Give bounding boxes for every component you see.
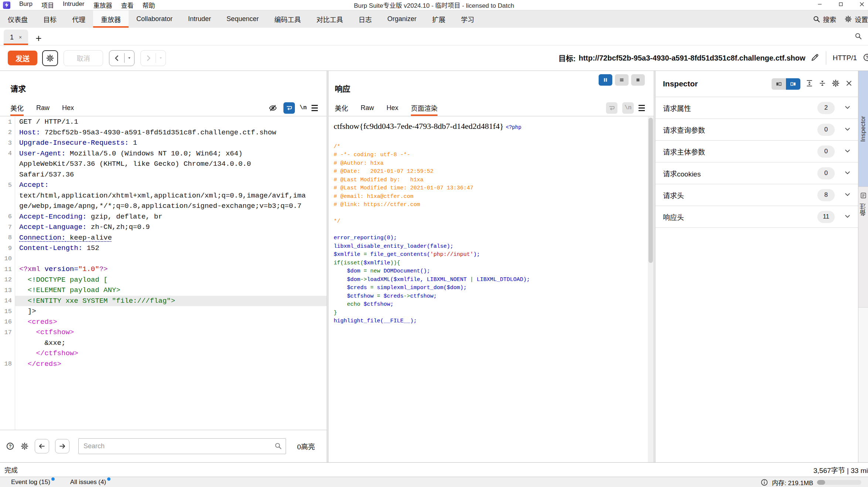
- columns-layout-button[interactable]: [599, 74, 612, 86]
- main-tab[interactable]: 编码工具: [266, 10, 309, 28]
- info-icon[interactable]: [760, 479, 768, 486]
- inspector-section[interactable]: 请求查询参数0: [656, 119, 858, 141]
- menu-item-5[interactable]: 帮助: [138, 0, 160, 10]
- notes-collapsed-tab[interactable]: 备注: [858, 186, 868, 307]
- single-layout-button[interactable]: [631, 74, 645, 86]
- close-window-icon[interactable]: [859, 1, 865, 9]
- request-view-tab[interactable]: Hex: [62, 100, 74, 116]
- main-tab[interactable]: Intruder: [180, 10, 219, 28]
- repeater-search-icon[interactable]: [854, 32, 862, 41]
- request-line-text: </ctfshow>: [15, 348, 327, 359]
- expand-all-icon[interactable]: [806, 79, 813, 89]
- response-view-tab[interactable]: 页面渲染: [411, 100, 438, 116]
- inspector-close-icon[interactable]: [845, 79, 853, 89]
- code-segment: highlight_file(__FILE__);: [334, 318, 417, 324]
- inspector-section[interactable]: 响应头11: [656, 206, 858, 228]
- response-scrollbar[interactable]: [648, 117, 654, 462]
- code-segment: 152: [82, 244, 99, 252]
- main-tab[interactable]: 代理: [64, 10, 93, 28]
- help-icon[interactable]: [863, 53, 868, 63]
- maximize-icon[interactable]: [838, 1, 844, 9]
- response-view-tab[interactable]: Hex: [387, 100, 398, 116]
- menu-item-2[interactable]: Intruder: [58, 0, 89, 10]
- count-badge: 0: [817, 145, 835, 158]
- event-log-button[interactable]: Event log (15): [11, 479, 55, 486]
- hide-nonprintable-icon[interactable]: [267, 102, 279, 114]
- main-tab[interactable]: 重放器: [93, 10, 129, 28]
- repeater-tab-1[interactable]: 1 ×: [4, 30, 28, 45]
- send-button[interactable]: 发送: [8, 51, 37, 65]
- forward-button[interactable]: [140, 50, 166, 66]
- close-tab-icon[interactable]: ×: [19, 34, 22, 40]
- collapse-all-icon[interactable]: [818, 79, 826, 89]
- response-code-line: # @Author: h1xa: [334, 160, 648, 169]
- inspector-section[interactable]: 请求主体参数0: [656, 141, 858, 162]
- main-tab[interactable]: Collaborator: [129, 10, 180, 28]
- add-tab-button[interactable]: +: [35, 33, 41, 44]
- code-segment: Accept-Language:: [19, 223, 86, 231]
- rows-layout-button[interactable]: [615, 74, 629, 86]
- line-number: 18: [0, 360, 15, 367]
- main-tab[interactable]: 日志: [351, 10, 379, 28]
- inspector-settings-icon[interactable]: [831, 79, 840, 89]
- next-match-button[interactable]: [55, 439, 69, 453]
- main-tab[interactable]: 学习: [453, 10, 482, 28]
- code-segment: <ctfshow>: [19, 328, 74, 336]
- back-button[interactable]: [109, 50, 135, 66]
- request-view-tab[interactable]: Raw: [36, 100, 50, 116]
- global-search-button[interactable]: 搜索: [813, 14, 836, 24]
- menu-item-1[interactable]: 项目: [37, 0, 58, 10]
- request-view-tab[interactable]: 美化: [10, 100, 24, 116]
- main-tab[interactable]: 扩展: [424, 10, 453, 28]
- gutter-divider: [15, 117, 15, 430]
- search-help-icon[interactable]: [6, 442, 14, 450]
- scrollbar-thumb[interactable]: [649, 118, 653, 263]
- chevron-down-icon: [844, 169, 851, 178]
- all-issues-button[interactable]: All issues (4): [70, 479, 110, 486]
- search-settings-icon[interactable]: [20, 442, 29, 450]
- inspector-section[interactable]: 请求cookies0: [656, 162, 858, 184]
- line-number: 15: [0, 308, 15, 315]
- forward-dropdown-icon[interactable]: [156, 55, 166, 61]
- settings-button[interactable]: 设置: [844, 14, 868, 24]
- dock-panel-right-button[interactable]: [786, 78, 800, 90]
- request-editor[interactable]: 1GET / HTTP/1.12Host: 72bcf52b-95a3-4930…: [0, 117, 327, 430]
- editor-menu-icon[interactable]: [639, 105, 645, 111]
- main-tab[interactable]: Sequencer: [219, 10, 266, 28]
- soft-wrap-icon[interactable]: [606, 102, 617, 114]
- dock-panel-left-button[interactable]: [772, 78, 786, 90]
- main-tab[interactable]: Organizer: [379, 10, 424, 28]
- menu-item-4[interactable]: 查看: [117, 0, 138, 10]
- inspector-collapsed-tab[interactable]: Inspector: [858, 71, 868, 186]
- main-tab[interactable]: 目标: [35, 10, 64, 28]
- main-tab[interactable]: 对比工具: [309, 10, 351, 28]
- response-view-tab[interactable]: Raw: [361, 100, 374, 116]
- editor-menu-icon[interactable]: [312, 105, 318, 111]
- show-newlines-icon[interactable]: \n: [622, 102, 634, 114]
- inspector-panel: Inspector 请求属性2请求查询参数0请求主体参数0请求cookies0请…: [656, 71, 858, 462]
- response-render-view[interactable]: ctfshow{fc9dd043-7ede-4793-8db7-d14ed2d4…: [329, 117, 648, 462]
- inspector-section[interactable]: 请求属性2: [656, 97, 858, 119]
- request-panel: 请求 美化RawHex \n 1GET / HTTP/1.12Host: 72b…: [0, 71, 327, 462]
- inspector-section[interactable]: 请求头8: [656, 184, 858, 206]
- back-dropdown-icon[interactable]: [125, 55, 134, 61]
- code-segment: LIBXML_DTDLOAD);: [477, 277, 530, 283]
- main-tab[interactable]: 仪表盘: [0, 10, 35, 28]
- code-segment: $xmlfile: [334, 251, 364, 258]
- previous-match-button[interactable]: [35, 439, 49, 453]
- menu-item-3[interactable]: 重放器: [89, 0, 117, 10]
- show-newlines-icon[interactable]: \n: [300, 104, 307, 111]
- response-view-tab[interactable]: 美化: [335, 100, 348, 116]
- soft-wrap-icon[interactable]: [283, 102, 295, 114]
- cancel-button[interactable]: 取消: [64, 50, 103, 66]
- menu-item-0[interactable]: Burp: [15, 0, 37, 10]
- minimize-icon[interactable]: [817, 1, 823, 9]
- code-segment: 72bcf52b-95a3-4930-a591-8fd51d351c8f.cha…: [40, 128, 276, 137]
- code-segment: ]>: [19, 307, 36, 315]
- http-version-selector[interactable]: HTTP/1: [833, 54, 857, 62]
- send-settings-button[interactable]: [42, 50, 58, 66]
- search-input[interactable]: [78, 438, 286, 454]
- request-line: 2Host: 72bcf52b-95a3-4930-a591-8fd51d351…: [0, 127, 327, 138]
- line-number: 2: [0, 129, 15, 136]
- edit-target-icon[interactable]: [811, 53, 819, 63]
